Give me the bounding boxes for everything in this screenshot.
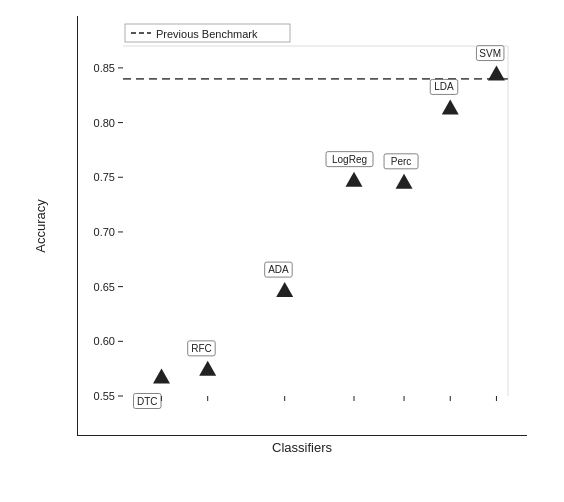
svg-text:0.75: 0.75 bbox=[94, 171, 115, 183]
svg-text:0.70: 0.70 bbox=[94, 226, 115, 238]
svg-marker-37 bbox=[396, 174, 413, 189]
svg-text:0.65: 0.65 bbox=[94, 281, 115, 293]
svg-text:LDA: LDA bbox=[434, 81, 454, 92]
svg-text:RFC: RFC bbox=[191, 343, 212, 354]
svg-text:0.60: 0.60 bbox=[94, 335, 115, 347]
x-axis-label: Classifiers bbox=[272, 440, 332, 455]
svg-text:SVM: SVM bbox=[479, 48, 501, 59]
svg-text:DTC: DTC bbox=[137, 396, 158, 407]
svg-text:0.55: 0.55 bbox=[94, 390, 115, 402]
svg-marker-43 bbox=[488, 66, 505, 81]
svg-marker-34 bbox=[346, 172, 363, 187]
svg-marker-40 bbox=[442, 99, 459, 114]
svg-marker-31 bbox=[276, 282, 293, 297]
svg-text:LogReg: LogReg bbox=[332, 154, 367, 165]
svg-text:0.85: 0.85 bbox=[94, 62, 115, 74]
svg-text:ADA: ADA bbox=[268, 264, 289, 275]
svg-text:Perc: Perc bbox=[391, 156, 412, 167]
svg-marker-28 bbox=[199, 361, 216, 376]
chart-svg: 0.550.600.650.700.750.800.85Previous Ben… bbox=[77, 16, 527, 436]
svg-marker-25 bbox=[153, 369, 170, 384]
chart-area: Accuracy 0.550.600.650.700.750.800.85Pre… bbox=[77, 16, 527, 436]
svg-text:Previous Benchmark: Previous Benchmark bbox=[156, 28, 258, 40]
svg-text:0.80: 0.80 bbox=[94, 117, 115, 129]
y-axis-label: Accuracy bbox=[33, 199, 48, 252]
chart-container: Accuracy 0.550.600.650.700.750.800.85Pre… bbox=[22, 16, 542, 486]
